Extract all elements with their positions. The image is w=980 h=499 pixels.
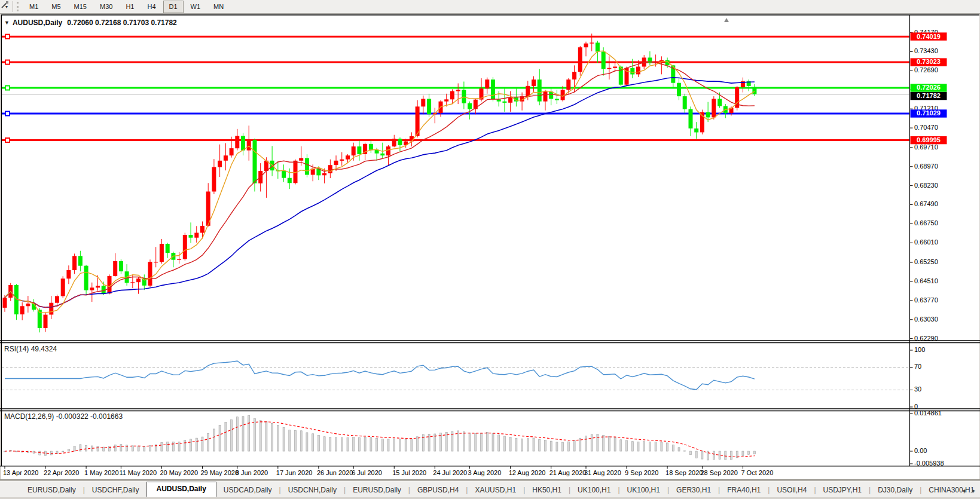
svg-text:24 Jul 2020: 24 Jul 2020 — [433, 469, 467, 476]
chart-tab-gbpusd-h4[interactable]: GBPUSD,H4 — [410, 483, 466, 497]
svg-text:22 Apr 2020: 22 Apr 2020 — [44, 469, 79, 476]
svg-text:0.64510: 0.64510 — [914, 277, 938, 284]
svg-text:100: 100 — [914, 346, 925, 353]
chart-shift-marker[interactable] — [724, 18, 729, 22]
macd-signal-line — [5, 422, 755, 457]
svg-text:1 May 2020: 1 May 2020 — [84, 469, 118, 476]
svg-text:0.69710: 0.69710 — [914, 143, 938, 151]
svg-text:70: 70 — [914, 363, 921, 370]
chart-tab-uk100-h1[interactable]: UK100,H1 — [570, 483, 618, 497]
svg-text:0.66750: 0.66750 — [914, 219, 938, 226]
tab-scroll-right-icon[interactable]: ► — [971, 488, 976, 494]
svg-text:0.72690: 0.72690 — [914, 66, 938, 74]
macd-histogram — [4, 415, 756, 460]
svg-text:0.63030: 0.63030 — [914, 316, 938, 323]
svg-text:28 Sep 2020: 28 Sep 2020 — [700, 469, 737, 476]
svg-text:0.71782: 0.71782 — [917, 92, 941, 99]
svg-text:0.73023: 0.73023 — [917, 58, 941, 65]
symbol-period-label: AUDUSD,Daily — [13, 19, 62, 27]
svg-text:0.71029: 0.71029 — [917, 109, 941, 117]
svg-text:29 May 2020: 29 May 2020 — [200, 469, 239, 476]
svg-text:31 Aug 2020: 31 Aug 2020 — [584, 469, 621, 476]
chart-tab-uk100-h1[interactable]: UK100,H1 — [620, 483, 667, 497]
svg-text:0.014861: 0.014861 — [914, 409, 942, 417]
svg-text:0.69995: 0.69995 — [917, 136, 941, 143]
svg-text:21 Aug 2020: 21 Aug 2020 — [549, 469, 587, 476]
svg-text:7 Oct 2020: 7 Oct 2020 — [741, 469, 773, 476]
svg-text:-0.005938: -0.005938 — [914, 460, 944, 467]
macd-pane-label: MACD(12,26,9) -0.000322 -0.001663 — [4, 412, 123, 421]
svg-text:0.74019: 0.74019 — [917, 33, 941, 40]
svg-text:0.70470: 0.70470 — [914, 124, 938, 131]
svg-text:0.67490: 0.67490 — [914, 200, 938, 207]
svg-text:15 Jul 2020: 15 Jul 2020 — [392, 469, 426, 476]
chart-tab-eurusd-daily[interactable]: EURUSD,Daily — [20, 483, 83, 497]
collapse-pane-icon[interactable]: ▼ — [4, 20, 10, 26]
chart-tab-hk50-h1[interactable]: HK50,H1 — [525, 483, 569, 497]
symbol-tab-bar: EURUSD,Daily|USDCHF,DailyAUDUSD,DailyUSD… — [0, 480, 980, 497]
svg-text:12 Aug 2020: 12 Aug 2020 — [509, 469, 546, 476]
hline-handle[interactable] — [5, 138, 10, 142]
tab-scroll-left-icon[interactable]: ◄ — [961, 488, 966, 494]
svg-text:30: 30 — [914, 385, 921, 393]
hline-handle[interactable] — [5, 60, 10, 65]
chart-tab-usoil-h4[interactable]: USOil,H4 — [770, 483, 814, 497]
chart-tab-fra40-h1[interactable]: FRA40,H1 — [720, 483, 768, 497]
svg-text:0.73430: 0.73430 — [914, 47, 938, 54]
hline-handle[interactable] — [5, 35, 10, 39]
svg-text:20 May 2020: 20 May 2020 — [160, 469, 198, 476]
mt4-window: ▾ M1M5M15M30H1H4D1W1MN 0.741700.734300.7… — [0, 0, 980, 499]
svg-text:13 Apr 2020: 13 Apr 2020 — [3, 469, 38, 476]
hline-handle[interactable] — [5, 86, 10, 90]
svg-text:3 Aug 2020: 3 Aug 2020 — [468, 469, 502, 476]
chart-tab-usdchf-daily[interactable]: USDCHF,Daily — [85, 483, 146, 497]
svg-text:0.62290: 0.62290 — [914, 335, 938, 342]
svg-text:0.00: 0.00 — [914, 447, 927, 454]
svg-text:0.68230: 0.68230 — [914, 182, 938, 189]
chart-canvas[interactable]: 0.741700.734300.726900.719500.712100.704… — [0, 0, 980, 499]
chart-ohlc-header: ▼ AUDUSD,Daily 0.72060 0.72168 0.71703 0… — [4, 19, 177, 27]
svg-text:0.72026: 0.72026 — [917, 84, 941, 91]
chart-tab-ger30-h1[interactable]: GER30,H1 — [669, 483, 718, 497]
svg-text:0.68970: 0.68970 — [914, 163, 938, 170]
svg-text:11 May 2020: 11 May 2020 — [119, 469, 157, 476]
chart-tab-eurusd-daily[interactable]: EURUSD,Daily — [346, 483, 408, 497]
svg-text:18 Sep 2020: 18 Sep 2020 — [665, 469, 703, 476]
svg-text:0.65250: 0.65250 — [914, 258, 938, 265]
svg-text:0.63770: 0.63770 — [914, 296, 938, 304]
rsi-line — [5, 361, 755, 390]
svg-text:26 Jun 2020: 26 Jun 2020 — [317, 469, 353, 476]
ohlc-values: 0.72060 0.72168 0.71703 0.71782 — [67, 19, 177, 27]
hline-handle[interactable] — [5, 112, 10, 116]
chart-tab-xauusd-h1[interactable]: XAUUSD,H1 — [468, 483, 523, 497]
svg-text:0.66010: 0.66010 — [914, 238, 938, 246]
chart-tab-usdjpy-h1[interactable]: USDJPY,H1 — [816, 483, 869, 497]
svg-text:17 Jun 2020: 17 Jun 2020 — [276, 469, 313, 476]
candlesticks — [3, 33, 757, 332]
chart-tab-usdcnh-daily[interactable]: USDCNH,Daily — [281, 483, 344, 497]
svg-text:9 Sep 2020: 9 Sep 2020 — [625, 469, 658, 476]
svg-text:8 Jun 2020: 8 Jun 2020 — [236, 469, 268, 476]
chart-tab-dj30-daily[interactable]: DJ30,Daily — [871, 483, 920, 497]
rsi-pane-label: RSI(14) 49.4324 — [4, 345, 57, 353]
chart-tab-audusd-daily[interactable]: AUDUSD,Daily — [146, 482, 216, 497]
svg-text:6 Jul 2020: 6 Jul 2020 — [352, 469, 382, 476]
chart-tab-usdcad-daily[interactable]: USDCAD,Daily — [216, 483, 279, 497]
